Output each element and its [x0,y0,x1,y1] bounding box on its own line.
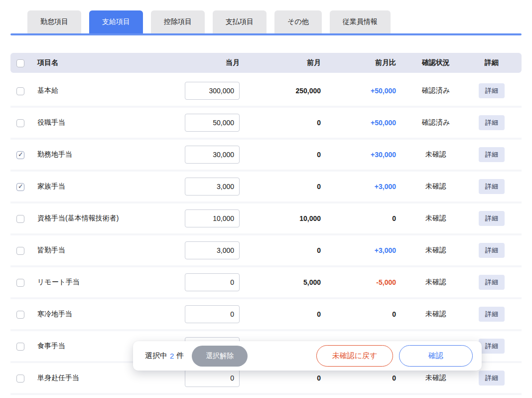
previous-month-value: 0 [240,183,321,191]
selected-count-value: 2 [170,352,174,360]
month-diff-value: +50,000 [321,87,396,95]
month-diff-value: +3,000 [321,246,396,254]
row-checkbox[interactable] [16,151,24,159]
row-checkbox[interactable] [16,375,24,383]
table-row: 勤務地手当 0 +30,000 未確認 詳細 [10,140,522,172]
previous-month-value: 0 [240,374,321,382]
item-name: 役職手当 [37,118,185,127]
table-row: 寒冷地手当 0 0 未確認 詳細 [10,299,522,331]
current-month-input[interactable] [185,146,240,164]
detail-button[interactable]: 詳細 [479,147,505,162]
item-name: 皆勤手当 [37,246,185,255]
month-diff-value: +30,000 [321,151,396,159]
detail-button[interactable]: 詳細 [479,115,505,130]
status-text: 未確認 [396,246,476,255]
status-text: 未確認 [396,150,476,159]
current-month-input[interactable] [185,369,240,387]
tab-bar: 勤怠項目支給項目控除項目支払項目その他従業員情報 [0,0,532,33]
col-header-previous-month: 前月 [240,58,321,67]
previous-month-value: 10,000 [240,214,321,222]
current-month-input[interactable] [185,273,240,291]
col-header-detail: 詳細 [476,58,522,67]
detail-button[interactable]: 詳細 [479,243,505,258]
item-name: 勤務地手当 [37,150,185,159]
row-checkbox[interactable] [16,247,24,255]
current-month-input[interactable] [185,114,240,132]
row-checkbox[interactable] [16,343,24,351]
row-checkbox[interactable] [16,215,24,223]
current-month-input[interactable] [185,82,240,100]
status-text: 未確認 [396,310,476,319]
current-month-input[interactable] [185,178,240,196]
status-text: 確認済み [396,118,476,127]
item-name: 単身赴任手当 [37,374,185,383]
table-row: 役職手当 0 +50,000 確認済み 詳細 [10,108,522,140]
confirm-button[interactable]: 確認 [399,345,473,367]
tab-allowance[interactable]: 支給項目 [89,10,143,33]
row-checkbox[interactable] [16,119,24,127]
previous-month-value: 0 [240,151,321,159]
previous-month-value: 0 [240,310,321,318]
previous-month-value: 250,000 [240,87,321,95]
status-text: 確認済み [396,86,476,95]
tab-employee-info[interactable]: 従業員情報 [330,10,391,33]
select-all-checkbox[interactable] [16,59,24,67]
month-diff-value: 0 [321,310,396,318]
tab-payment[interactable]: 支払項目 [213,10,266,33]
table-row: 皆勤手当 0 +3,000 未確認 詳細 [10,235,522,267]
col-header-item-name: 項目名 [37,58,185,67]
row-checkbox[interactable] [16,183,24,191]
row-checkbox[interactable] [16,279,24,287]
previous-month-value: 5,000 [240,278,321,286]
table-row: 家族手当 0 +3,000 未確認 詳細 [10,172,522,203]
detail-button[interactable]: 詳細 [479,275,505,290]
detail-button[interactable]: 詳細 [479,371,505,386]
detail-button[interactable]: 詳細 [479,179,505,194]
table-row: 基本給 250,000 +50,000 確認済み 詳細 [10,76,522,108]
month-diff-value: 0 [321,214,396,222]
item-name: 家族手当 [37,182,185,191]
selected-count-suffix: 件 [176,351,184,361]
tab-other[interactable]: その他 [274,10,322,33]
table-row: 資格手当(基本情報技術者) 10,000 0 未確認 詳細 [10,203,522,235]
tab-deduction[interactable]: 控除項目 [151,10,205,33]
table-row: リモート手当 5,000 -5,000 未確認 詳細 [10,267,522,299]
selected-count-prefix: 選択中 [145,351,167,361]
month-diff-value: -5,000 [321,278,396,286]
detail-button[interactable]: 詳細 [479,307,505,322]
selection-action-bar: 選択中 2 件 選択解除 未確認に戻す 確認 [133,341,482,371]
item-name: 基本給 [37,86,185,95]
tab-attendance[interactable]: 勤怠項目 [27,10,81,33]
previous-month-value: 0 [240,119,321,127]
current-month-input[interactable] [185,241,240,259]
detail-button[interactable]: 詳細 [479,339,505,354]
status-text: 未確認 [396,214,476,223]
month-diff-value: +3,000 [321,183,396,191]
row-checkbox[interactable] [16,311,24,319]
month-diff-value: 0 [321,374,396,382]
tab-underline [10,33,522,35]
month-diff-value: +50,000 [321,119,396,127]
deselect-button[interactable]: 選択解除 [192,346,248,367]
item-name: 資格手当(基本情報技術者) [37,214,185,223]
revert-to-unconfirmed-button[interactable]: 未確認に戻す [316,345,393,367]
status-text: 未確認 [396,182,476,191]
row-checkbox[interactable] [16,87,24,95]
col-header-current-month: 当月 [185,58,240,67]
item-name: 寒冷地手当 [37,310,185,319]
detail-button[interactable]: 詳細 [479,211,505,226]
col-header-status: 確認状況 [396,58,476,67]
current-month-input[interactable] [185,209,240,227]
status-text: 未確認 [396,374,476,383]
table-header: 項目名 当月 前月 前月比 確認状況 詳細 [10,53,522,73]
detail-button[interactable]: 詳細 [479,83,505,98]
status-text: 未確認 [396,278,476,287]
item-name: リモート手当 [37,278,185,287]
previous-month-value: 0 [240,246,321,254]
current-month-input[interactable] [185,305,240,323]
col-header-month-diff: 前月比 [321,58,396,67]
